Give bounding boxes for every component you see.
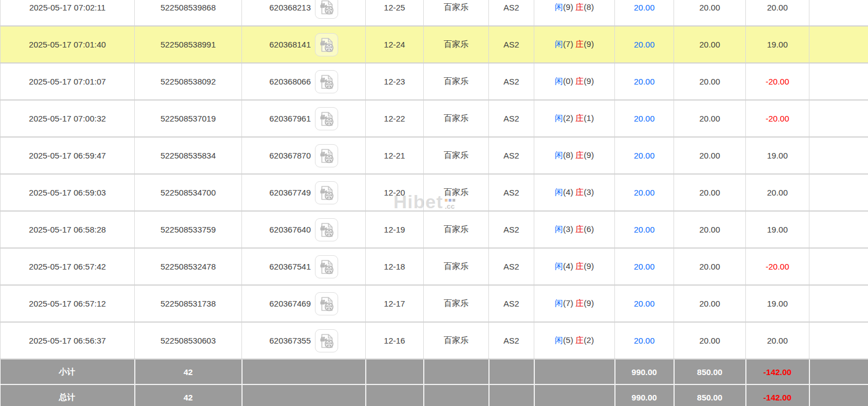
cell-table-code: AS2 (489, 211, 534, 248)
game-number: 620368066 (269, 77, 311, 86)
game-number-wrap: 620367355 (242, 329, 365, 352)
subtotal-row-count: 42 (135, 359, 242, 384)
bet-amount-link[interactable]: 20.00 (634, 188, 655, 197)
bet-amount-link[interactable]: 20.00 (634, 299, 655, 308)
player-score: (7) (563, 298, 576, 308)
cell-win-loss: -20.00 (746, 63, 809, 100)
player-label: 闲 (555, 39, 563, 49)
video-playback-icon[interactable] (315, 255, 338, 278)
cell-game-number: 620368066 (242, 63, 366, 100)
total-row-bet-total: 990.00 (615, 384, 674, 406)
video-playback-icon[interactable] (315, 144, 338, 167)
subtotal-row-empty (366, 359, 424, 384)
total-row-empty (424, 384, 489, 406)
cell-game-type: 百家乐 (424, 211, 489, 248)
total-row-empty (242, 384, 366, 406)
cell-game-type: 百家乐 (424, 63, 489, 100)
bet-amount-link[interactable]: 20.00 (634, 40, 655, 49)
bet-amount-link[interactable]: 20.00 (634, 262, 655, 271)
banker-label: 庄 (576, 298, 584, 308)
game-number: 620367749 (269, 188, 311, 197)
cell-bet-id: 522508533759 (135, 211, 242, 248)
cell-result: 闲(3) 庄(6) (534, 211, 615, 248)
cell-table-code: AS2 (489, 0, 534, 26)
video-playback-icon[interactable] (315, 292, 338, 315)
banker-score: (2) (584, 335, 594, 345)
game-number-wrap: 620367961 (242, 107, 365, 130)
banker-score: (9) (584, 150, 594, 160)
cell-table-code: AS2 (489, 26, 534, 63)
total-row: 总计42990.00850.00-142.00 (1, 384, 868, 406)
game-number-wrap: 620368213 (242, 0, 365, 19)
cell-game-number: 620367541 (242, 248, 366, 285)
cell-table-code: AS2 (489, 100, 534, 137)
cell-valid-amount: 20.00 (674, 248, 746, 285)
banker-score: (9) (584, 76, 594, 86)
video-playback-icon[interactable] (315, 70, 338, 93)
bet-amount-link[interactable]: 20.00 (634, 225, 655, 234)
subtotal-row-label: 小计 (1, 359, 135, 384)
game-number-wrap: 620368141 (242, 33, 365, 56)
cell-bet-amount: 20.00 (615, 322, 674, 359)
video-playback-icon[interactable] (315, 0, 338, 19)
video-playback-icon[interactable] (315, 218, 338, 241)
video-playback-icon[interactable] (315, 329, 338, 352)
cell-bet-amount: 20.00 (615, 248, 674, 285)
cell-bet-amount: 20.00 (615, 174, 674, 211)
cell-bet-id: 522508530603 (135, 322, 242, 359)
cell-game-type: 百家乐 (424, 26, 489, 63)
video-playback-icon[interactable] (315, 181, 338, 204)
player-label: 闲 (555, 335, 563, 345)
cell-win-loss: 20.00 (746, 0, 809, 26)
banker-label: 庄 (576, 261, 584, 271)
cell-bet-id: 522508538991 (135, 26, 242, 63)
bet-amount-link[interactable]: 20.00 (634, 151, 655, 160)
subtotal-row-valid-total: 850.00 (674, 359, 746, 384)
player-label: 闲 (555, 76, 563, 86)
cell-win-loss: -20.00 (746, 248, 809, 285)
cell-result: 闲(7) 庄(9) (534, 26, 615, 63)
table-row: 2025-05-17 06:59:03522508534700620367749… (1, 174, 868, 211)
cell-valid-amount: 20.00 (674, 137, 746, 174)
banker-score: (6) (584, 224, 594, 234)
cell-game-number: 620368141 (242, 26, 366, 63)
cell-result: 闲(2) 庄(1) (534, 100, 615, 137)
video-playback-icon[interactable] (315, 107, 338, 130)
cell-result: 闲(4) 庄(3) (534, 174, 615, 211)
subtotal-row-extra-empty (809, 359, 868, 384)
cell-valid-amount: 20.00 (674, 100, 746, 137)
cell-bet-id: 522508539868 (135, 0, 242, 26)
total-row-count: 42 (135, 384, 242, 406)
player-label: 闲 (555, 261, 563, 271)
total-row-valid-total: 850.00 (674, 384, 746, 406)
cell-bet-amount: 20.00 (615, 26, 674, 63)
cell-bet-time: 2025-05-17 06:59:47 (1, 137, 135, 174)
banker-label: 庄 (576, 39, 584, 49)
cell-extra-empty (809, 322, 868, 359)
table-row: 2025-05-17 06:58:28522508533759620367640… (1, 211, 868, 248)
game-number: 620367469 (269, 299, 311, 308)
banker-label: 庄 (576, 113, 584, 123)
cell-bet-amount: 20.00 (615, 211, 674, 248)
player-label: 闲 (555, 187, 563, 197)
banker-score: (9) (584, 261, 594, 271)
table-row: 2025-05-17 07:02:11522508539868620368213… (1, 0, 868, 26)
video-playback-icon[interactable] (315, 33, 338, 56)
cell-bet-amount: 20.00 (615, 0, 674, 26)
banker-label: 庄 (576, 224, 584, 234)
bet-amount-link[interactable]: 20.00 (634, 336, 655, 345)
bet-amount-link[interactable]: 20.00 (634, 3, 655, 12)
cell-bet-amount: 20.00 (615, 137, 674, 174)
cell-round: 12-21 (366, 137, 424, 174)
cell-result: 闲(9) 庄(8) (534, 0, 615, 26)
game-number-wrap: 620367469 (242, 292, 365, 315)
player-score: (9) (563, 2, 576, 12)
cell-win-loss: 19.00 (746, 26, 809, 63)
cell-table-code: AS2 (489, 322, 534, 359)
bet-amount-link[interactable]: 20.00 (634, 114, 655, 123)
cell-valid-amount: 20.00 (674, 174, 746, 211)
subtotal-row: 小计42990.00850.00-142.00 (1, 359, 868, 384)
bet-amount-link[interactable]: 20.00 (634, 77, 655, 86)
cell-win-loss: 20.00 (746, 322, 809, 359)
banker-label: 庄 (576, 335, 584, 345)
